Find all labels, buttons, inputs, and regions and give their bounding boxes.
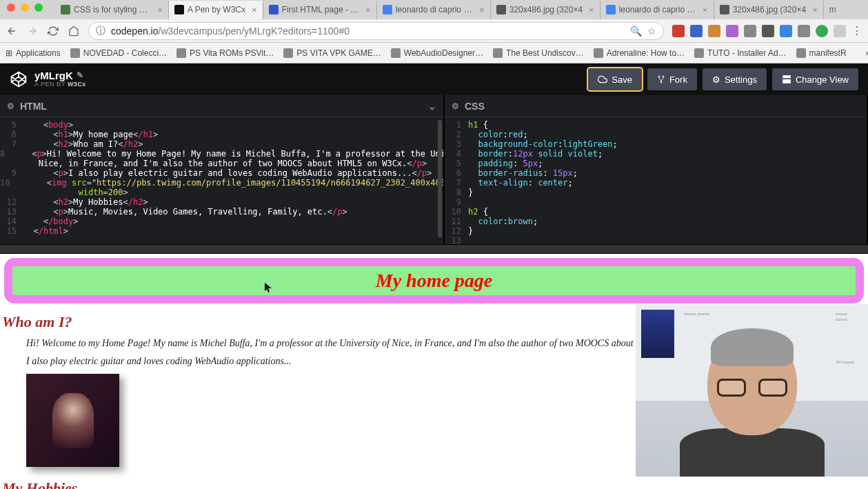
grid-icon: ⊞ — [6, 48, 12, 58]
horizontal-resize-handle[interactable] — [0, 244, 868, 254]
scrollbar[interactable] — [438, 120, 442, 237]
settings-button[interactable]: ⚙Settings — [703, 68, 767, 90]
codepen-logo-icon — [10, 70, 28, 88]
favicon-icon — [174, 5, 184, 14]
browser-tab[interactable]: A Pen by W3Cx× — [169, 1, 263, 19]
html-pane-label: HTML — [20, 101, 47, 112]
close-tab-icon[interactable]: × — [365, 5, 371, 15]
extension-icon[interactable] — [744, 25, 756, 37]
pen-title[interactable]: yMLrgK — [34, 70, 73, 82]
close-tab-icon[interactable]: × — [589, 5, 594, 15]
bookmark-item[interactable]: WebAudioDesigner… — [391, 48, 483, 58]
extension-icon[interactable] — [834, 25, 846, 37]
tab-label: First HTML page - JS — [282, 5, 359, 14]
apps-button[interactable]: ⊞Applications — [6, 48, 61, 58]
code-line: Nice, in France, and I'm also the author… — [0, 159, 443, 168]
css-editor-pane: ⚙CSS 1h1 {2 color:red;3 background-color… — [445, 95, 868, 244]
forward-button[interactable] — [26, 25, 39, 37]
svg-point-0 — [658, 76, 660, 77]
code-line: 5 <body> — [0, 120, 443, 130]
new-tab-button[interactable]: m — [824, 5, 842, 14]
mac-window-controls — [7, 3, 43, 12]
close-tab-icon[interactable]: × — [252, 5, 257, 15]
code-line: 4 border:12px solid violet; — [445, 149, 867, 159]
home-button[interactable] — [68, 25, 80, 37]
bookmark-label: Adrenaline: How to… — [607, 48, 685, 58]
code-line: 9 — [445, 197, 867, 207]
profile-icon[interactable] — [816, 25, 828, 37]
extension-icon[interactable] — [708, 25, 720, 37]
code-line: 2 color:red; — [445, 130, 867, 139]
bookmark-item[interactable]: PS VITA VPK GAME… — [283, 48, 381, 58]
bookmarks-overflow[interactable]: » — [866, 48, 868, 58]
address-bar[interactable]: ⓘ codepen.io/w3devcampus/pen/yMLrgK?edit… — [88, 22, 664, 40]
bookmark-label: NOVEDAD - Colecci… — [83, 48, 167, 58]
site-info-icon[interactable]: ⓘ — [96, 25, 105, 37]
bookmark-item[interactable]: Adrenaline: How to… — [594, 48, 685, 58]
favicon-icon — [606, 5, 616, 14]
extension-icon[interactable] — [762, 25, 774, 37]
html-code-editor[interactable]: 5 <body>6 <h1>My home page</h1>7 <h2>Who… — [0, 117, 443, 244]
change-view-button[interactable]: Change View — [772, 68, 858, 90]
favicon-icon — [269, 5, 279, 14]
close-tab-icon[interactable]: × — [703, 5, 708, 15]
code-line: 12 <h2>My Hobbies</h2> — [0, 197, 443, 207]
favicon-icon — [283, 48, 293, 58]
code-line: 8} — [445, 188, 867, 197]
back-button[interactable] — [6, 25, 18, 37]
code-line: 1h1 { — [445, 120, 867, 130]
extension-icon[interactable] — [780, 25, 792, 37]
bookmark-label: TUTO - Installer Ad… — [707, 48, 786, 58]
browser-tab-bar: CSS is for styling Unit×A Pen by W3Cx×Fi… — [0, 0, 868, 19]
extension-icon[interactable] — [672, 25, 685, 37]
bookmark-item[interactable]: NOVEDAD - Colecci… — [70, 48, 167, 58]
code-line: 14 </body> — [0, 217, 443, 226]
chevron-down-icon[interactable]: ⌄ — [428, 101, 436, 112]
code-line: 10 <img src="https://pbs.twimg.com/profi… — [0, 178, 443, 188]
fork-button[interactable]: Fork — [647, 68, 697, 90]
mac-minimize-button[interactable] — [21, 3, 29, 12]
codepen-header: yMLrgK✎ A PEN BY W3Cx Save Fork ⚙Setting… — [0, 63, 868, 95]
save-button[interactable]: Save — [588, 68, 642, 90]
close-tab-icon[interactable]: × — [812, 5, 818, 15]
gear-icon[interactable]: ⚙ — [452, 101, 459, 111]
html-editor-pane: ⚙HTML ⌄ 5 <body>6 <h1>My home page</h1>7… — [0, 95, 445, 244]
code-line: 10h2 { — [445, 207, 867, 217]
mac-close-button[interactable] — [7, 3, 15, 12]
browser-tab[interactable]: leonardo di caprio - R× — [377, 1, 491, 19]
code-line: 3 background-color:lightGreen; — [445, 139, 867, 149]
code-line: width=200> — [0, 188, 443, 197]
bookmark-item[interactable]: manifestR — [796, 48, 847, 58]
browser-tab[interactable]: First HTML page - JS× — [263, 1, 377, 19]
bookmark-star-icon[interactable]: ☆ — [647, 26, 656, 37]
gear-icon: ⚙ — [712, 74, 720, 85]
browser-tab[interactable]: CSS is for styling Unit× — [55, 1, 169, 19]
browser-tab[interactable]: 320x486.jpg (320×4× — [491, 1, 600, 19]
zoom-icon[interactable]: 🔍 — [630, 26, 642, 37]
browser-tab[interactable]: 320x486.jpg (320×4× — [714, 1, 824, 19]
bookmark-item[interactable]: PS Vita ROMs PSVit… — [176, 48, 274, 58]
code-line: 6 <h1>My home page</h1> — [0, 130, 443, 139]
browser-tab[interactable]: leonardo di caprio - R× — [600, 1, 714, 19]
edit-title-icon[interactable]: ✎ — [77, 71, 83, 80]
browser-toolbar: ⓘ codepen.io/w3devcampus/pen/yMLrgK?edit… — [0, 19, 868, 43]
code-line: 13 — [445, 236, 867, 244]
bookmark-item[interactable]: The Best Undiscov… — [493, 48, 584, 58]
extension-icon[interactable] — [726, 25, 738, 37]
tab-label: CSS is for styling Unit — [74, 5, 151, 14]
code-line: 5 padding: 5px; — [445, 159, 867, 168]
cast-icon[interactable] — [798, 25, 810, 37]
extension-icon[interactable] — [690, 25, 703, 37]
menu-icon[interactable]: ⋮ — [851, 24, 862, 37]
mac-maximize-button[interactable] — [34, 3, 43, 12]
close-tab-icon[interactable]: × — [479, 5, 485, 15]
favicon-icon — [383, 5, 392, 14]
bookmark-label: PS VITA VPK GAME… — [296, 48, 381, 58]
css-code-editor[interactable]: 1h1 {2 color:red;3 background-color:ligh… — [445, 117, 867, 244]
gear-icon[interactable]: ⚙ — [7, 101, 14, 111]
close-tab-icon[interactable]: × — [157, 5, 163, 15]
favicon-icon — [391, 48, 401, 58]
bookmark-item[interactable]: TUTO - Installer Ad… — [694, 48, 786, 58]
preview-h2-hobbies: My Hobbies — [2, 479, 868, 489]
reload-button[interactable] — [47, 25, 59, 37]
